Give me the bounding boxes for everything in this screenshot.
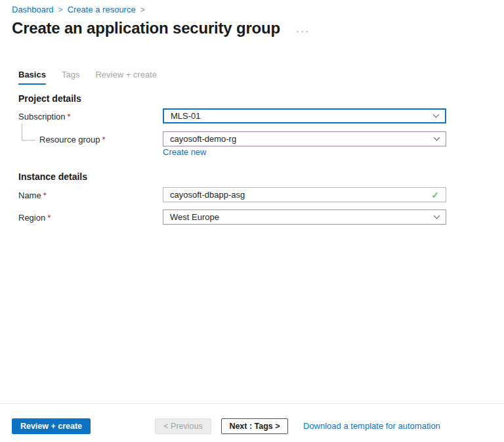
page-title: Create an application security group: [12, 19, 280, 37]
name-label: Name*: [18, 190, 47, 200]
name-input[interactable]: [170, 190, 431, 200]
region-label-text: Region: [18, 213, 45, 223]
more-options-ellipsis-icon[interactable]: ···: [296, 22, 310, 34]
breadcrumb: Dashboard > Create a resource >: [12, 5, 145, 14]
name-field: ✓: [163, 187, 446, 202]
title-row: Create an application security group ···: [12, 19, 310, 37]
required-marker: *: [102, 135, 106, 144]
required-marker: *: [68, 112, 71, 122]
region-dropdown[interactable]: West Europe: [163, 210, 446, 225]
create-asg-page: Dashboard > Create a resource > Create a…: [0, 0, 504, 442]
resource-group-dropdown[interactable]: cayosoft-demo-rg: [163, 131, 446, 146]
resource-group-label-text: Resource group: [39, 135, 100, 144]
subscription-dropdown-value: MLS-01: [171, 111, 201, 121]
project-details-heading: Project details: [18, 93, 81, 104]
breadcrumb-link-create-a-resource[interactable]: Create a resource: [68, 5, 136, 14]
subscription-label: Subscription*: [18, 112, 71, 122]
region-label: Region*: [18, 213, 51, 223]
download-template-link[interactable]: Download a template for automation: [303, 421, 440, 431]
footer-divider: [0, 403, 504, 404]
breadcrumb-separator-icon: >: [140, 5, 145, 14]
required-marker: *: [47, 213, 51, 223]
subscription-dropdown[interactable]: MLS-01: [163, 108, 446, 123]
instance-details-heading: Instance details: [18, 171, 87, 182]
subscription-label-text: Subscription: [18, 112, 66, 122]
create-new-resource-group-link[interactable]: Create new: [163, 147, 206, 157]
previous-button[interactable]: < Previous: [155, 418, 211, 434]
required-marker: *: [43, 190, 47, 200]
tab-review-create[interactable]: Review + create: [95, 70, 157, 85]
tab-basics[interactable]: Basics: [18, 70, 46, 85]
review-create-button[interactable]: Review + create: [12, 418, 91, 434]
resource-group-connector-line: [22, 123, 35, 141]
breadcrumb-separator-icon: >: [58, 5, 63, 14]
next-tags-button[interactable]: Next : Tags >: [221, 418, 288, 434]
breadcrumb-link-dashboard[interactable]: Dashboard: [12, 5, 54, 14]
name-label-text: Name: [18, 190, 41, 200]
chevron-down-icon: [434, 213, 440, 219]
tab-tags[interactable]: Tags: [62, 70, 79, 85]
valid-checkmark-icon: ✓: [431, 190, 439, 200]
resource-group-dropdown-value: cayosoft-demo-rg: [170, 134, 236, 144]
chevron-down-icon: [434, 135, 440, 141]
region-dropdown-value: West Europe: [170, 212, 219, 222]
chevron-down-icon: [433, 112, 440, 118]
resource-group-label: Resource group*: [39, 135, 106, 144]
wizard-tabs: Basics Tags Review + create: [18, 70, 157, 85]
